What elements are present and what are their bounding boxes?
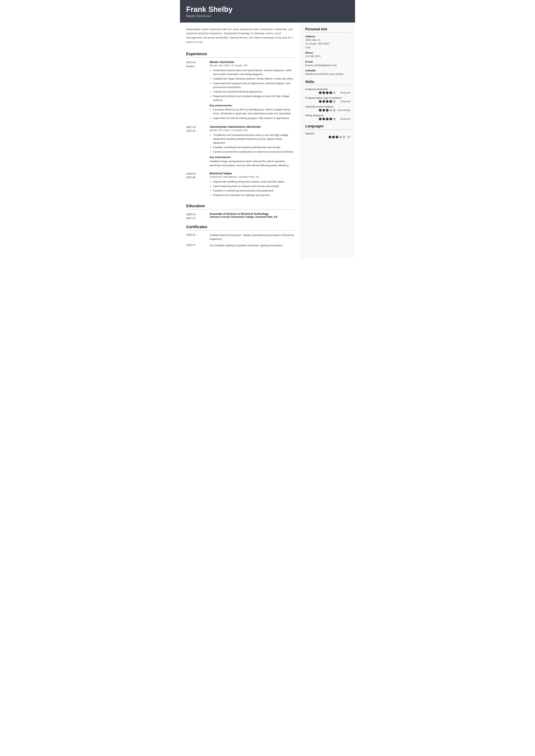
- skill-dot-3-1: [323, 118, 325, 120]
- lang-level-0: B2: [347, 136, 351, 138]
- skill-dot-3-3: [329, 118, 332, 120]
- address-line-2: St Joseph, MO 64507: [305, 42, 351, 46]
- exp-dates-2: 2003-04 - 2007-08: [186, 172, 210, 199]
- key-achievements-label-1: Key achievement:: [210, 156, 294, 159]
- lang-dot-0-0: [328, 136, 331, 138]
- lang-dot-0-1: [332, 136, 335, 138]
- exp-content-1: Journeyman maintenance electrician Mosai…: [210, 125, 294, 167]
- skill-level-3: Advanced: [337, 118, 351, 120]
- phone-item: Phone 415 555 2671: [305, 51, 351, 58]
- skill-dot-1-2: [326, 100, 328, 103]
- exp-bullet-0-3: Trained and mentored electrical apprenti…: [213, 90, 294, 94]
- lang-item-0: SpanishB2: [305, 132, 351, 138]
- lang-dot-0-2: [336, 136, 338, 138]
- key-bullet-0-0: Increased efficiency by 33% by identifyi…: [213, 108, 294, 116]
- right-column: Personal Info Address 2823 Olive St St J…: [300, 22, 355, 258]
- education-section-title: Education: [186, 204, 294, 208]
- exp-bullet-1-2: Carried out preventive maintenance on el…: [213, 150, 294, 154]
- skill-bar-row-3: Advanced: [305, 118, 351, 120]
- exp-entry-1: 2007-10 - 2012-02 Journeyman maintenance…: [186, 125, 294, 167]
- skill-dot-2-1: [323, 109, 325, 112]
- skill-dot-0-1: [323, 91, 325, 94]
- skill-level-2: Intermediate: [337, 109, 351, 112]
- skill-item-0: Analyzing blueprintsAdvanced: [305, 88, 351, 94]
- certificates-section: Certificates 2016-01 Certified Electrica…: [186, 225, 294, 247]
- summary-text: Dependable master electrician with 10+ y…: [186, 27, 294, 47]
- cert-date-1: 2010-07: [186, 244, 210, 248]
- skill-name-3: Wiring diagrams: [305, 114, 351, 117]
- skill-item-1: Programmable Logic ControllersAdvanced: [305, 96, 351, 103]
- cert-content-0: Certified Electrical Inspector - Master …: [210, 233, 294, 241]
- skill-dot-1-4: [333, 100, 336, 103]
- left-column: Dependable master electrician with 10+ y…: [180, 22, 300, 258]
- key-bullet-0-1: Supervised an internal training program,…: [213, 116, 294, 120]
- address-item: Address 2823 Olive St St Joseph, MO 6450…: [305, 35, 351, 50]
- exp-company-1: Mosaic Life Claire, St Joseph, MO: [210, 129, 294, 132]
- address-line-1: 2823 Olive St: [305, 38, 351, 42]
- exp-job-title-1: Journeyman maintenance electrician: [210, 125, 294, 128]
- exp-bullet-0-0: Interpreted contract plans and specifica…: [213, 68, 294, 76]
- exp-bullet-0-4: Diagnosed problems and checked leakages …: [213, 94, 294, 102]
- key-bullets-0: Increased efficiency by 33% by identifyi…: [210, 108, 294, 120]
- edu-dates-0: 2005-10 - 2007-07: [186, 212, 210, 220]
- email-label: E-mail: [305, 60, 351, 63]
- edu-degree-0: Associate of Science in Electrical Techn…: [210, 212, 294, 215]
- lang-name-0: Spanish: [305, 132, 351, 135]
- skill-dot-3-4: [333, 118, 336, 120]
- skill-dot-0-2: [326, 91, 328, 94]
- key-achievements-label-0: Key achievements:: [210, 104, 294, 107]
- exp-bullets-0: Interpreted contract plans and specifica…: [210, 68, 294, 102]
- candidate-title: Master Electrician: [186, 14, 349, 18]
- skills-title: Skills: [305, 80, 351, 84]
- skill-bar-row-0: Advanced: [305, 91, 351, 94]
- skills-container: Analyzing blueprintsAdvancedProgrammable…: [305, 88, 351, 120]
- experience-divider: [186, 57, 294, 58]
- skill-dot-2-3: [329, 109, 332, 112]
- skill-level-1: Advanced: [337, 100, 351, 103]
- exp-job-title-0: Master electrician: [210, 60, 294, 64]
- linkedin-label: LinkedIn: [305, 69, 351, 72]
- cert-entry-0: 2016-01 Certified Electrical Inspector -…: [186, 233, 294, 241]
- exp-bullet-2-0: Helped with installing wiring and condui…: [213, 180, 294, 184]
- skills-section: Skills Analyzing blueprintsAdvancedProgr…: [305, 80, 351, 120]
- exp-dates-0: 2012-03 - present: [186, 60, 210, 121]
- exp-company-2: Tradesman International, Overland Park, …: [210, 176, 294, 178]
- address-label: Address: [305, 35, 351, 38]
- exp-bullets-2: Helped with installing wiring and condui…: [210, 180, 294, 197]
- skill-item-2: Industrial control systemsIntermediate: [305, 105, 351, 112]
- education-section: Education 2005-10 - 2007-07 Associate of…: [186, 204, 294, 220]
- phone-label: Phone: [305, 51, 351, 54]
- skill-dot-0-3: [329, 91, 332, 94]
- exp-company-0: Mosaic Life Claire, St Joseph, MO: [210, 64, 294, 67]
- exp-entry-0: 2012-03 - present Master electrician Mos…: [186, 60, 294, 121]
- exp-bullet-2-2: Assisted in maintaining electrical tools…: [213, 189, 294, 193]
- skill-dot-0-4: [333, 91, 336, 94]
- personal-info-section: Personal Info Address 2823 Olive St St J…: [305, 27, 351, 76]
- skill-dot-3-0: [319, 118, 322, 120]
- skill-dots-0: [319, 91, 336, 94]
- linkedin-value: linkedin.com/in/frank-sean-shelby/: [305, 72, 351, 76]
- edu-entry-0: 2005-10 - 2007-07 Associate of Science i…: [186, 212, 294, 220]
- languages-container: SpanishB2: [305, 132, 351, 138]
- skill-dot-2-0: [319, 109, 322, 112]
- skill-item-3: Wiring diagramsAdvanced: [305, 114, 351, 120]
- skill-dot-1-3: [329, 100, 332, 103]
- lang-dots-0: [328, 136, 345, 138]
- email-value: francis.s.shelby@gmail.com: [305, 63, 351, 67]
- skill-dot-2-4: [333, 109, 336, 112]
- languages-divider: [305, 129, 351, 130]
- address-line-3: USA: [305, 46, 351, 50]
- skill-dot-1-1: [323, 100, 325, 103]
- phone-value: 415 555 2671: [305, 54, 351, 58]
- skill-name-1: Programmable Logic Controllers: [305, 96, 351, 99]
- edu-school-0: Johnson County Community College, Overla…: [210, 215, 294, 218]
- lang-dot-0-3: [339, 136, 342, 138]
- main-layout: Dependable master electrician with 10+ y…: [180, 22, 355, 258]
- exp-content-0: Master electrician Mosaic Life Claire, S…: [210, 60, 294, 121]
- key-achievement-text-1: Installed energy saving devices which re…: [210, 159, 294, 167]
- skill-dots-2: [319, 109, 336, 112]
- certificates-section-title: Certificates: [186, 225, 294, 229]
- cert-content-1: ALA Certified Lighting Consultant (Ameri…: [210, 244, 294, 248]
- exp-bullet-0-1: Installed and repair electrical systems,…: [213, 77, 294, 81]
- skill-level-0: Advanced: [337, 91, 351, 94]
